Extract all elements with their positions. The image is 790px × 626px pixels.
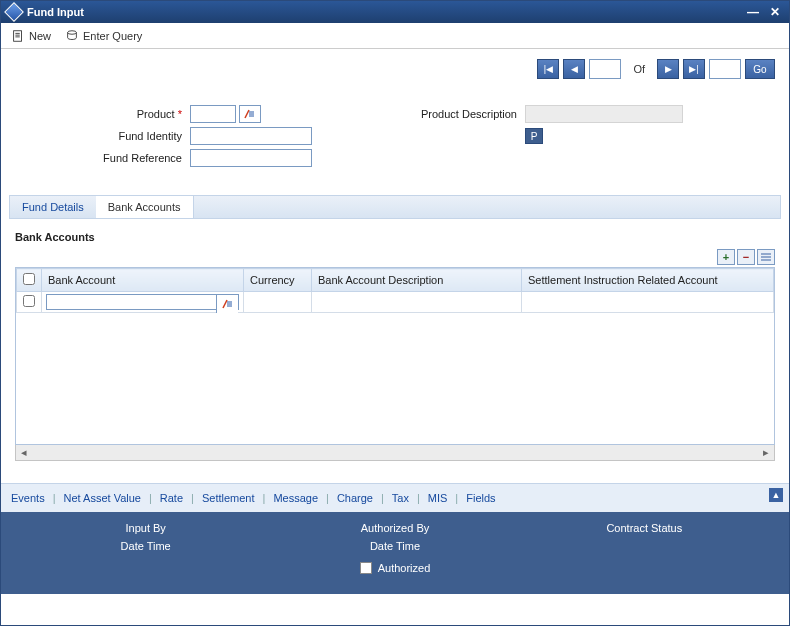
record-nav: |◀ ◀ Of ▶ ▶| Go [1,49,789,85]
link-events[interactable]: Events [11,492,45,504]
product-lov-button[interactable] [239,105,261,123]
toolbar: New Enter Query [1,23,789,49]
enter-query-label: Enter Query [83,30,142,42]
table-row [17,292,774,313]
link-mis[interactable]: MIS [428,492,448,504]
app-icon [4,2,24,22]
enter-query-icon [65,29,79,43]
scroll-right-icon[interactable]: ▸ [758,446,774,460]
product-label: Product * [15,108,190,120]
currency-cell[interactable] [244,292,312,313]
nav-total-input[interactable] [709,59,741,79]
fund-identity-input[interactable] [190,127,312,145]
title-bar: Fund Input — ✕ [1,1,789,23]
window-title: Fund Input [27,6,84,18]
nav-first-button[interactable]: |◀ [537,59,559,79]
contract-status-label: Contract Status [520,522,769,534]
lov-icon [222,299,234,309]
col-currency: Currency [244,269,312,292]
nav-last-button[interactable]: ▶| [683,59,705,79]
link-message[interactable]: Message [273,492,318,504]
new-icon [11,29,25,43]
bank-account-desc-cell[interactable] [312,292,522,313]
bank-accounts-header: Bank Accounts [1,219,789,249]
nav-go-button[interactable]: Go [745,59,775,79]
audit-bar: Input By Authorized By Contract Status D… [1,512,789,594]
bank-accounts-table: Bank Account Currency Bank Account Descr… [16,268,774,313]
link-net-asset-value[interactable]: Net Asset Value [64,492,141,504]
input-by-label: Input By [21,522,270,534]
tab-bar: Fund Details Bank Accounts [9,195,781,219]
add-row-button[interactable]: + [717,249,735,265]
product-desc-display [525,105,683,123]
fund-identity-label: Fund Identity [15,130,190,142]
link-tax[interactable]: Tax [392,492,409,504]
product-input[interactable] [190,105,236,123]
row-select-checkbox[interactable] [23,295,35,307]
collapse-up-button[interactable]: ▲ [769,488,783,502]
nav-next-button[interactable]: ▶ [657,59,679,79]
product-desc-label: Product Description [395,108,525,120]
svg-rect-0 [14,30,22,41]
minimize-button[interactable]: — [745,5,761,19]
link-fields[interactable]: Fields [466,492,495,504]
form-area: Product * Product Description Fund Ident… [1,85,789,181]
link-charge[interactable]: Charge [337,492,373,504]
link-rate[interactable]: Rate [160,492,183,504]
select-all-checkbox[interactable] [23,273,35,285]
bank-account-lov-button[interactable] [216,295,238,313]
bank-accounts-table-wrap: Bank Account Currency Bank Account Descr… [15,267,775,445]
authorized-check-row: Authorized [21,562,769,574]
col-settlement: Settlement Instruction Related Account [522,269,774,292]
bank-account-cell [46,294,239,310]
col-select-all [17,269,42,292]
nav-current-input[interactable] [589,59,621,79]
authorized-by-label: Authorized By [270,522,519,534]
scroll-left-icon[interactable]: ◂ [16,446,32,460]
new-button[interactable]: New [11,29,51,43]
fund-reference-label: Fund Reference [15,152,190,164]
authorized-checkbox[interactable] [360,562,372,574]
col-bank-account-desc: Bank Account Description [312,269,522,292]
p-button[interactable]: P [525,128,543,144]
table-tools: + − [1,249,789,267]
auth-datetime-label: Date Time [270,540,519,552]
col-bank-account: Bank Account [42,269,244,292]
lov-icon [244,109,256,119]
enter-query-button[interactable]: Enter Query [65,29,142,43]
tab-bank-accounts[interactable]: Bank Accounts [96,196,194,218]
authorized-label: Authorized [378,562,431,574]
input-datetime-label: Date Time [21,540,270,552]
bottom-links-bar: Events|Net Asset Value|Rate|Settlement|M… [1,483,789,512]
remove-row-button[interactable]: − [737,249,755,265]
bank-account-input[interactable] [47,295,216,309]
grid-icon [761,252,771,262]
new-label: New [29,30,51,42]
table-h-scrollbar[interactable]: ◂ ▸ [15,445,775,461]
fund-reference-input[interactable] [190,149,312,167]
svg-point-1 [68,30,77,34]
details-button[interactable] [757,249,775,265]
nav-prev-button[interactable]: ◀ [563,59,585,79]
settlement-cell[interactable] [522,292,774,313]
link-settlement[interactable]: Settlement [202,492,255,504]
close-button[interactable]: ✕ [767,5,783,19]
tab-fund-details[interactable]: Fund Details [10,196,96,218]
nav-of-label: Of [633,63,645,75]
